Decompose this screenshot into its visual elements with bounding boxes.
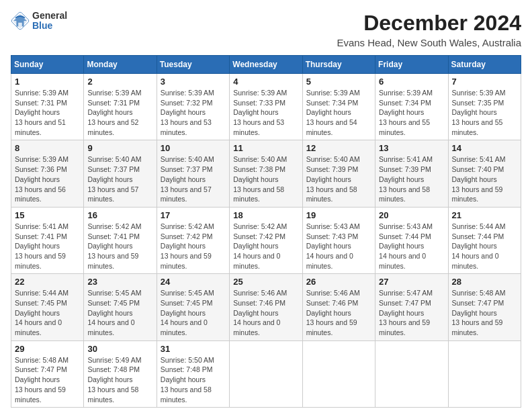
table-row: 11 Sunrise: 5:40 AM Sunset: 7:38 PM Dayl… (230, 140, 302, 207)
calendar-row: 8 Sunrise: 5:39 AM Sunset: 7:36 PM Dayli… (11, 140, 521, 207)
table-row: 18 Sunrise: 5:42 AM Sunset: 7:42 PM Dayl… (230, 207, 302, 273)
calendar-row: 29 Sunrise: 5:48 AM Sunset: 7:47 PM Dayl… (11, 340, 521, 407)
day-detail: Sunrise: 5:50 AM Sunset: 7:48 PM Dayligh… (161, 355, 226, 404)
day-number: 21 (452, 210, 517, 220)
day-number: 23 (87, 277, 152, 287)
day-detail: Sunrise: 5:39 AM Sunset: 7:33 PM Dayligh… (233, 88, 298, 137)
day-detail: Sunrise: 5:40 AM Sunset: 7:39 PM Dayligh… (306, 154, 371, 203)
table-row: 12 Sunrise: 5:40 AM Sunset: 7:39 PM Dayl… (302, 140, 375, 207)
calendar: Sunday Monday Tuesday Wednesday Thursday… (11, 55, 521, 408)
day-number: 28 (452, 277, 517, 287)
calendar-row: 1 Sunrise: 5:39 AM Sunset: 7:31 PM Dayli… (11, 74, 521, 140)
day-number: 25 (233, 277, 298, 287)
header-thursday: Thursday (302, 56, 375, 74)
day-detail: Sunrise: 5:46 AM Sunset: 7:46 PM Dayligh… (233, 288, 298, 337)
day-number: 13 (379, 143, 444, 153)
table-row (230, 340, 302, 407)
day-number: 17 (161, 210, 226, 220)
header-saturday: Saturday (448, 56, 521, 74)
day-number: 7 (452, 77, 517, 87)
day-detail: Sunrise: 5:40 AM Sunset: 7:37 PM Dayligh… (87, 154, 152, 203)
day-number: 15 (15, 210, 80, 220)
day-detail: Sunrise: 5:48 AM Sunset: 7:47 PM Dayligh… (15, 355, 80, 404)
table-row: 14 Sunrise: 5:41 AM Sunset: 7:40 PM Dayl… (448, 140, 521, 207)
table-row: 5 Sunrise: 5:39 AM Sunset: 7:34 PM Dayli… (302, 74, 375, 140)
day-number: 20 (379, 210, 444, 220)
day-detail: Sunrise: 5:49 AM Sunset: 7:48 PM Dayligh… (87, 355, 152, 404)
table-row: 23 Sunrise: 5:45 AM Sunset: 7:45 PM Dayl… (84, 274, 157, 340)
table-row: 2 Sunrise: 5:39 AM Sunset: 7:31 PM Dayli… (84, 74, 157, 140)
day-detail: Sunrise: 5:48 AM Sunset: 7:47 PM Dayligh… (452, 288, 517, 337)
day-detail: Sunrise: 5:39 AM Sunset: 7:32 PM Dayligh… (161, 88, 226, 137)
calendar-row: 22 Sunrise: 5:44 AM Sunset: 7:45 PM Dayl… (11, 274, 521, 340)
day-number: 14 (452, 143, 517, 153)
logo-text: General Blue (32, 11, 67, 32)
day-number: 10 (161, 143, 226, 153)
header: General Blue December 2024 Evans Head, N… (11, 11, 521, 48)
day-number: 8 (15, 143, 80, 153)
table-row: 25 Sunrise: 5:46 AM Sunset: 7:46 PM Dayl… (230, 274, 302, 340)
day-number: 11 (233, 143, 298, 153)
table-row: 10 Sunrise: 5:40 AM Sunset: 7:37 PM Dayl… (157, 140, 229, 207)
day-detail: Sunrise: 5:43 AM Sunset: 7:44 PM Dayligh… (379, 222, 444, 271)
day-number: 30 (87, 344, 152, 354)
day-number: 12 (306, 143, 371, 153)
day-detail: Sunrise: 5:41 AM Sunset: 7:41 PM Dayligh… (15, 222, 80, 271)
day-detail: Sunrise: 5:39 AM Sunset: 7:34 PM Dayligh… (306, 88, 371, 137)
day-number: 4 (233, 77, 298, 87)
header-tuesday: Tuesday (157, 56, 229, 74)
day-detail: Sunrise: 5:44 AM Sunset: 7:44 PM Dayligh… (452, 222, 517, 271)
day-number: 31 (161, 344, 226, 354)
table-row: 8 Sunrise: 5:39 AM Sunset: 7:36 PM Dayli… (11, 140, 84, 207)
table-row: 16 Sunrise: 5:42 AM Sunset: 7:41 PM Dayl… (84, 207, 157, 273)
day-detail: Sunrise: 5:42 AM Sunset: 7:42 PM Dayligh… (233, 222, 298, 271)
table-row: 28 Sunrise: 5:48 AM Sunset: 7:47 PM Dayl… (448, 274, 521, 340)
table-row (302, 340, 375, 407)
header-wednesday: Wednesday (230, 56, 302, 74)
table-row: 9 Sunrise: 5:40 AM Sunset: 7:37 PM Dayli… (84, 140, 157, 207)
table-row: 4 Sunrise: 5:39 AM Sunset: 7:33 PM Dayli… (230, 74, 302, 140)
day-number: 18 (233, 210, 298, 220)
day-number: 2 (87, 77, 152, 87)
table-row: 31 Sunrise: 5:50 AM Sunset: 7:48 PM Dayl… (157, 340, 229, 407)
day-number: 19 (306, 210, 371, 220)
day-number: 9 (87, 143, 152, 153)
calendar-row: 15 Sunrise: 5:41 AM Sunset: 7:41 PM Dayl… (11, 207, 521, 273)
table-row: 29 Sunrise: 5:48 AM Sunset: 7:47 PM Dayl… (11, 340, 84, 407)
subtitle: Evans Head, New South Wales, Australia (337, 37, 521, 48)
day-number: 1 (15, 77, 80, 87)
table-row: 22 Sunrise: 5:44 AM Sunset: 7:45 PM Dayl… (11, 274, 84, 340)
table-row: 20 Sunrise: 5:43 AM Sunset: 7:44 PM Dayl… (375, 207, 448, 273)
table-row: 24 Sunrise: 5:45 AM Sunset: 7:45 PM Dayl… (157, 274, 229, 340)
title-area: December 2024 Evans Head, New South Wale… (337, 11, 521, 48)
logo: General Blue (11, 11, 67, 32)
day-detail: Sunrise: 5:39 AM Sunset: 7:36 PM Dayligh… (15, 154, 80, 203)
day-number: 27 (379, 277, 444, 287)
logo-icon (11, 11, 30, 30)
table-row: 13 Sunrise: 5:41 AM Sunset: 7:39 PM Dayl… (375, 140, 448, 207)
day-detail: Sunrise: 5:42 AM Sunset: 7:41 PM Dayligh… (87, 222, 152, 271)
logo-blue-text: Blue (32, 21, 67, 31)
table-row: 30 Sunrise: 5:49 AM Sunset: 7:48 PM Dayl… (84, 340, 157, 407)
day-number: 5 (306, 77, 371, 87)
header-monday: Monday (84, 56, 157, 74)
day-detail: Sunrise: 5:45 AM Sunset: 7:45 PM Dayligh… (161, 288, 226, 337)
day-detail: Sunrise: 5:42 AM Sunset: 7:42 PM Dayligh… (161, 222, 226, 271)
day-number: 16 (87, 210, 152, 220)
day-number: 24 (161, 277, 226, 287)
day-detail: Sunrise: 5:44 AM Sunset: 7:45 PM Dayligh… (15, 288, 80, 337)
table-row: 21 Sunrise: 5:44 AM Sunset: 7:44 PM Dayl… (448, 207, 521, 273)
day-detail: Sunrise: 5:46 AM Sunset: 7:46 PM Dayligh… (306, 288, 371, 337)
day-detail: Sunrise: 5:47 AM Sunset: 7:47 PM Dayligh… (379, 288, 444, 337)
header-friday: Friday (375, 56, 448, 74)
day-detail: Sunrise: 5:45 AM Sunset: 7:45 PM Dayligh… (87, 288, 152, 337)
table-row: 3 Sunrise: 5:39 AM Sunset: 7:32 PM Dayli… (157, 74, 229, 140)
header-sunday: Sunday (11, 56, 84, 74)
logo-general-text: General (32, 11, 67, 21)
day-number: 29 (15, 344, 80, 354)
day-number: 3 (161, 77, 226, 87)
table-row: 17 Sunrise: 5:42 AM Sunset: 7:42 PM Dayl… (157, 207, 229, 273)
main-title: December 2024 (337, 11, 521, 36)
day-number: 6 (379, 77, 444, 87)
table-row: 27 Sunrise: 5:47 AM Sunset: 7:47 PM Dayl… (375, 274, 448, 340)
